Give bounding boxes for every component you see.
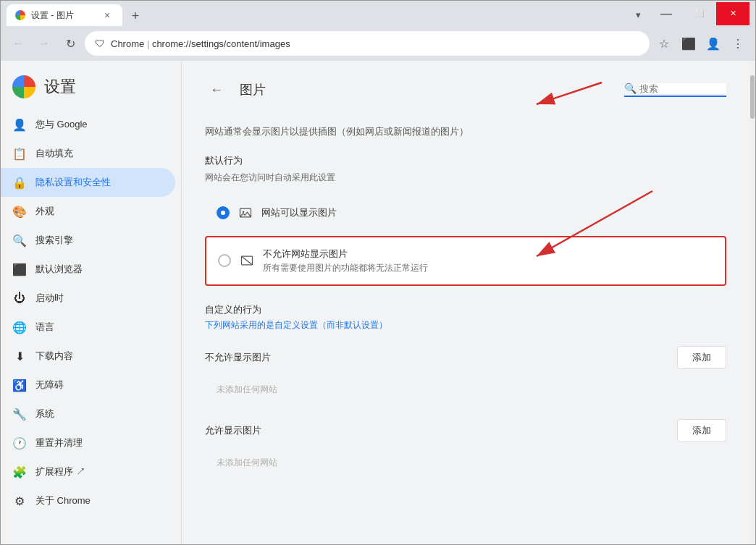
appearance-icon: 🎨 (12, 204, 27, 219)
system-icon: 🔧 (12, 407, 27, 421)
allow-add-button[interactable]: 添加 (677, 419, 726, 442)
search-engine-icon: 🔍 (12, 233, 27, 248)
tab-close-button[interactable]: × (101, 9, 114, 22)
sidebar-label-search: 搜索引擎 (35, 234, 73, 247)
allow-images-text: 网站可以显示图片 (261, 206, 337, 219)
reset-icon: 🕐 (12, 436, 27, 450)
allow-images-icon (238, 206, 253, 220)
new-tab-button[interactable]: + (125, 6, 146, 26)
block-images-text: 不允许网站显示图片 所有需要使用图片的功能都将无法正常运行 (263, 248, 428, 274)
sidebar-label-appearance: 外观 (35, 205, 54, 218)
default-behavior-label: 默认行为 (205, 154, 726, 167)
window-controls: — ⬜ ✕ (650, 2, 749, 25)
description-text: 网站通常会显示图片以提供插图（例如网店或新闻报道的图片） (205, 124, 726, 140)
address-text: Chrome | chrome://settings/content/image… (111, 38, 639, 49)
sidebar-item-privacy[interactable]: 🔒 隐私设置和安全性 (1, 168, 175, 197)
navigation-toolbar: ← → ↻ 🛡 Chrome | chrome://settings/conte… (1, 26, 755, 61)
browser-icon: ⬛ (12, 262, 27, 276)
default-behavior-section: 默认行为 网站会在您访问时自动采用此设置 网站可以显示图片 (205, 154, 726, 286)
shield-icon: 🔒 (12, 175, 27, 190)
sidebar-label-autofill: 自动填充 (35, 147, 73, 160)
sidebar-label-extensions: 扩展程序 ↗ (35, 465, 85, 478)
tab-favicon (15, 10, 25, 20)
sidebar-item-downloads[interactable]: ⬇ 下载内容 (1, 342, 175, 371)
block-list-section: 不允许显示图片 添加 未添加任何网站 (205, 346, 726, 405)
address-site: Chrome (111, 38, 144, 49)
block-list-title: 不允许显示图片 (205, 351, 271, 364)
search-box-right[interactable]: 🔍 (624, 83, 726, 97)
maximize-button[interactable]: ⬜ (683, 2, 716, 25)
search-icon-right: 🔍 (624, 83, 637, 94)
back-button[interactable]: ← (7, 32, 30, 55)
custom-behavior-subtitle[interactable]: 下列网站采用的是自定义设置（而非默认设置） (205, 319, 726, 331)
sidebar-item-browser[interactable]: ⬛ 默认浏览器 (1, 255, 175, 284)
sidebar-label-accessibility: 无障碍 (35, 379, 64, 392)
allow-radio-button[interactable] (217, 206, 230, 219)
toolbar-right: ☆ ⬛ 👤 ⋮ (652, 32, 749, 55)
sidebar-item-search[interactable]: 🔍 搜索引擎 (1, 226, 175, 255)
title-bar: 设置 - 图片 × + ▾ — ⬜ ✕ (1, 1, 755, 26)
default-behavior-sub: 网站会在您访问时自动采用此设置 (205, 172, 726, 184)
menu-button[interactable]: ⋮ (726, 32, 749, 55)
address-path: chrome://settings/content/images (152, 38, 290, 49)
allow-list-title: 允许显示图片 (205, 424, 261, 437)
allow-list-empty: 未添加任何网站 (205, 448, 726, 478)
right-scrollbar[interactable] (749, 61, 755, 544)
sidebar-label-downloads: 下载内容 (35, 350, 73, 363)
browser-body: 设置 👤 您与 Google 📋 自动填充 🔒 隐私设置和安全性 (1, 61, 755, 544)
sidebar-item-about[interactable]: ⚙ 关于 Chrome (1, 486, 175, 515)
svg-line-3 (242, 256, 253, 265)
sidebar-item-autofill[interactable]: 📋 自动填充 (1, 139, 175, 168)
content-scroll: ← 图片 🔍 网站通常会显示图片以提供插图（例如网店或新闻报道的图片） 默认行为… (182, 61, 749, 544)
address-separator: | (147, 38, 152, 49)
sidebar-item-system[interactable]: 🔧 系统 (1, 400, 175, 428)
language-icon: 🌐 (12, 320, 27, 334)
sidebar-item-language[interactable]: 🌐 语言 (1, 313, 175, 342)
accessibility-icon: ♿ (12, 378, 27, 392)
startup-icon: ⏻ (12, 291, 27, 305)
sidebar: 设置 👤 您与 Google 📋 自动填充 🔒 隐私设置和安全性 (1, 61, 182, 544)
sidebar-label-about: 关于 Chrome (35, 494, 91, 507)
sidebar-item-google[interactable]: 👤 您与 Google (1, 110, 175, 139)
sidebar-nav: 👤 您与 Google 📋 自动填充 🔒 隐私设置和安全性 🎨 外观 🔍 (1, 107, 181, 518)
person-icon: 👤 (12, 117, 27, 132)
profile-button[interactable]: 👤 (702, 32, 725, 55)
section-header: ← 图片 🔍 (205, 78, 726, 110)
block-images-icon (240, 253, 254, 268)
tab-strip: 设置 - 图片 × + ▾ (7, 1, 650, 26)
allow-list-section: 允许显示图片 添加 未添加任何网站 (205, 419, 726, 478)
sidebar-label-privacy: 隐私设置和安全性 (35, 176, 111, 189)
block-images-subtitle: 所有需要使用图片的功能都将无法正常运行 (263, 262, 428, 274)
tab-dropdown-button[interactable]: ▾ (626, 3, 650, 26)
sidebar-label-browser: 默认浏览器 (35, 263, 83, 276)
block-add-button[interactable]: 添加 (677, 346, 726, 369)
block-images-option[interactable]: 不允许网站显示图片 所有需要使用图片的功能都将无法正常运行 (205, 236, 726, 286)
bookmark-button[interactable]: ☆ (652, 32, 676, 55)
chrome-logo (12, 75, 35, 98)
sidebar-item-extensions[interactable]: 🧩 扩展程序 ↗ (1, 457, 175, 486)
sidebar-label-google: 您与 Google (35, 118, 88, 131)
sidebar-item-reset[interactable]: 🕐 重置并清理 (1, 428, 175, 457)
svg-point-1 (243, 211, 245, 213)
content-inner: ← 图片 🔍 网站通常会显示图片以提供插图（例如网店或新闻报道的图片） 默认行为… (182, 61, 749, 510)
scrollbar-thumb[interactable] (750, 75, 755, 119)
refresh-button[interactable]: ↻ (59, 32, 82, 55)
split-view-button[interactable]: ⬛ (677, 32, 700, 55)
minimize-button[interactable]: — (650, 2, 683, 25)
sidebar-item-accessibility[interactable]: ♿ 无障碍 (1, 371, 175, 400)
forward-button[interactable]: → (33, 32, 56, 55)
block-radio-button[interactable] (218, 254, 231, 267)
close-button[interactable]: ✕ (716, 2, 749, 25)
active-tab[interactable]: 设置 - 图片 × (7, 4, 122, 26)
sidebar-label-language: 语言 (35, 321, 54, 334)
sidebar-item-startup[interactable]: ⏻ 启动时 (1, 284, 175, 313)
about-icon: ⚙ (12, 494, 27, 508)
download-icon: ⬇ (12, 349, 27, 363)
block-list-empty: 未添加任何网站 (205, 375, 726, 405)
section-search-input[interactable] (639, 83, 726, 94)
sidebar-item-appearance[interactable]: 🎨 外观 (1, 197, 175, 226)
address-bar[interactable]: 🛡 Chrome | chrome://settings/content/ima… (85, 31, 650, 56)
sidebar-header: 设置 (1, 61, 181, 107)
allow-images-option[interactable]: 网站可以显示图片 (205, 195, 726, 230)
section-back-button[interactable]: ← (205, 78, 228, 101)
